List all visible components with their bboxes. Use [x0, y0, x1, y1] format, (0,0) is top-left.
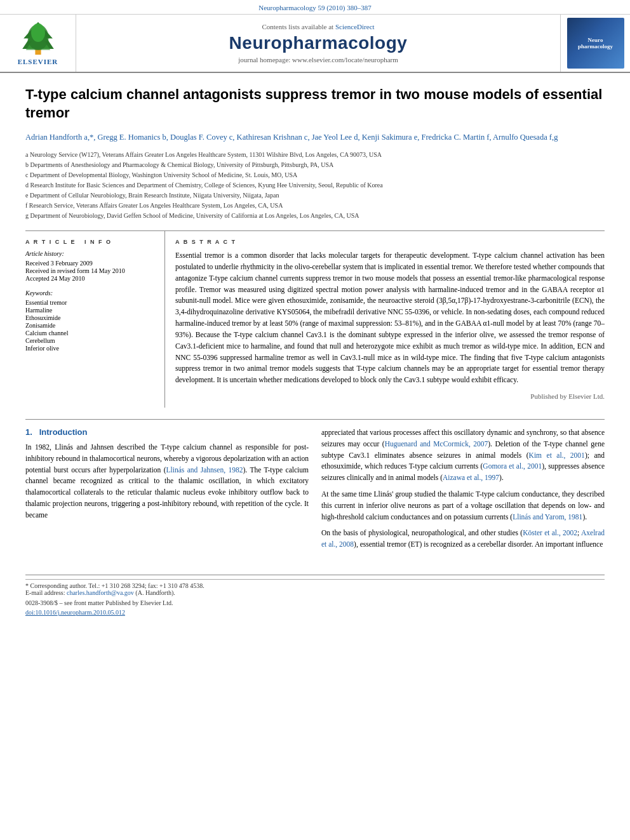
journal-citation: Neuropharmacology 59 (2010) 380–387: [258, 4, 372, 11]
header-right: Neuro pharmacology: [560, 15, 630, 72]
section-title: 1. Introduction: [25, 427, 309, 437]
svg-point-4: [31, 23, 45, 42]
abstract-col: A B S T R A C T Essential tremor is a co…: [165, 231, 605, 408]
keyword-4: Zonisamide: [25, 322, 156, 329]
journal-homepage: journal homepage: www.elsevier.com/locat…: [238, 56, 398, 63]
keyword-2: Harmaline: [25, 307, 156, 314]
corr-author-note: * Corresponding author. Tel.: +1 310 268…: [25, 579, 605, 596]
affiliations: a Neurology Service (W127), Veterans Aff…: [25, 150, 605, 220]
affil-f: f Research Service, Veterans Affairs Gre…: [25, 201, 605, 210]
article-title: T-type calcium channel antagonists suppr…: [25, 86, 605, 122]
corr-author-text: * Corresponding author. Tel.: +1 310 268…: [25, 582, 204, 589]
sciencedirect-link[interactable]: ScienceDirect: [335, 23, 375, 30]
header-section: ELSEVIER Contents lists available at Sci…: [0, 15, 630, 73]
published-by: Published by Elsevier Ltd.: [175, 392, 605, 400]
two-col-layout: 1. Introduction In 1982, Llinás and Jahn…: [25, 427, 605, 556]
keyword-7: Inferior olive: [25, 345, 156, 352]
authors-text: Adrian Handforth a,*, Gregg E. Homanics …: [25, 133, 558, 142]
journal-cover-image: Neuro pharmacology: [567, 18, 624, 69]
abstract-label: A B S T R A C T: [175, 239, 605, 245]
keywords-label: Keywords:: [25, 290, 156, 297]
article-info-label: A R T I C L E I N F O: [25, 239, 156, 245]
ref-koster[interactable]: Köster et al., 2002: [523, 529, 577, 537]
keyword-1: Essential tremor: [25, 299, 156, 306]
section-number: 1.: [25, 427, 32, 437]
intro-left-para1: In 1982, Llinás and Jahnsen described th…: [25, 442, 309, 521]
affil-b: b Departments of Anesthesiology and Phar…: [25, 160, 605, 170]
intro-right-para1: appreciated that various processes affec…: [321, 427, 605, 484]
ref-llinas-yarom[interactable]: Llinás and Yarom, 1981: [513, 513, 582, 521]
ref-huguenard[interactable]: Huguenard and McCormick, 2007: [385, 440, 488, 448]
received-revised-date: Received in revised form 14 May 2010: [25, 267, 156, 274]
header-center: Contents lists available at ScienceDirec…: [76, 15, 560, 72]
sciencedirect-line: Contents lists available at ScienceDirec…: [262, 23, 374, 30]
elsevier-logo: ELSEVIER: [16, 21, 60, 65]
article-history-label: Article history:: [25, 250, 156, 257]
header-left: ELSEVIER: [0, 15, 76, 72]
section-heading: Introduction: [39, 427, 88, 437]
accepted-date: Accepted 24 May 2010: [25, 275, 156, 282]
doi-link[interactable]: doi:10.1016/j.neuropharm.2010.05.012: [25, 609, 125, 616]
keywords-section: Keywords: Essential tremor Harmaline Eth…: [25, 290, 156, 352]
ref-kim[interactable]: Kim et al., 2001: [529, 451, 585, 459]
intro-right-para2: At the same time Llinás' group studied t…: [321, 489, 605, 523]
elsevier-tree-icon: [16, 21, 60, 56]
article-content: T-type calcium channel antagonists suppr…: [0, 73, 630, 629]
page-container: Neuropharmacology 59 (2010) 380–387 ELSE…: [0, 0, 630, 629]
footer-note-1: 0028-3908/$ – see front matter Published…: [25, 598, 605, 608]
keyword-5: Calcium channel: [25, 330, 156, 337]
elsevier-brand-text: ELSEVIER: [18, 58, 58, 65]
keyword-3: Ethosuximide: [25, 314, 156, 321]
contents-available-text: Contents lists available at: [262, 23, 333, 30]
authors-line: Adrian Handforth a,*, Gregg E. Homanics …: [25, 131, 605, 143]
journal-main-title: Neuropharmacology: [229, 33, 408, 53]
article-footer: * Corresponding author. Tel.: +1 310 268…: [25, 575, 605, 616]
right-col: appreciated that various processes affec…: [321, 427, 605, 556]
affil-d: d Research Institute for Basic Sciences …: [25, 180, 605, 190]
info-abstract-row: A R T I C L E I N F O Article history: R…: [25, 230, 605, 408]
email-label: E-mail address:: [25, 589, 65, 596]
author-email[interactable]: charles.handforth@va.gov: [67, 589, 134, 596]
affil-e: e Department of Cellular Neurobiology, B…: [25, 190, 605, 200]
intro-right-para3: On the basis of physiological, neuropath…: [321, 528, 605, 550]
intro-section: 1. Introduction In 1982, Llinás and Jahn…: [25, 419, 605, 556]
ref-gomora[interactable]: Gomora et al., 2001: [483, 462, 542, 470]
article-info-col: A R T I C L E I N F O Article history: R…: [25, 231, 165, 408]
received-date: Received 3 February 2009: [25, 260, 156, 267]
affil-c: c Department of Developmental Biology, W…: [25, 170, 605, 180]
affil-a: a Neurology Service (W127), Veterans Aff…: [25, 150, 605, 159]
abstract-text: Essential tremor is a common disorder th…: [175, 250, 605, 386]
email-suffix: (A. Handforth).: [135, 589, 175, 596]
affil-g: g Department of Neurobiology, David Geff…: [25, 211, 605, 220]
ref-llinas-jahnsen[interactable]: Llinás and Jahnsen, 1982: [166, 466, 243, 474]
footer-doi: doi:10.1016/j.neuropharm.2010.05.012: [25, 609, 605, 616]
journal-top-bar: Neuropharmacology 59 (2010) 380–387: [0, 0, 630, 15]
keyword-6: Cerebellum: [25, 337, 156, 344]
left-col: 1. Introduction In 1982, Llinás and Jahn…: [25, 427, 309, 556]
ref-aizawa[interactable]: Aizawa et al., 1997: [443, 474, 499, 481]
